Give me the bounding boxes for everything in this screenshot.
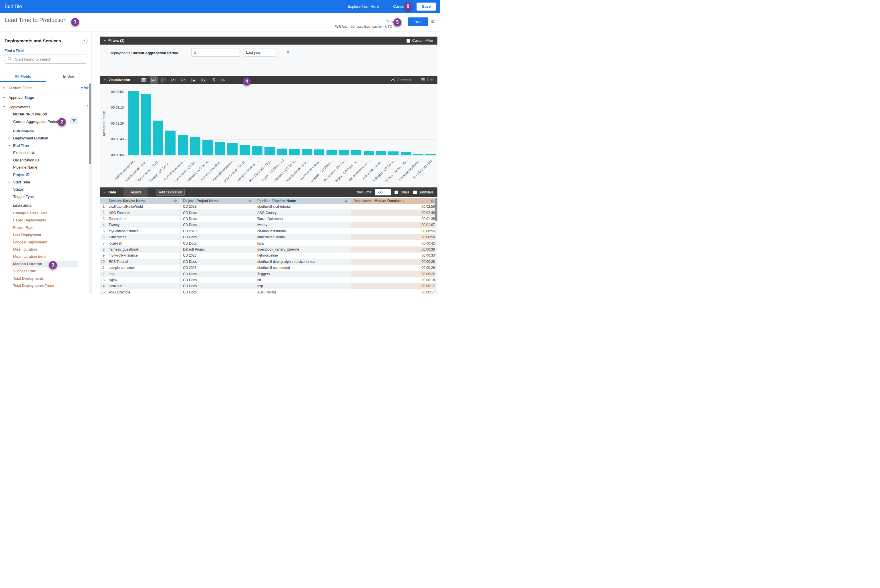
table-cell[interactable]: Kubernetes	[106, 234, 181, 240]
table-cell[interactable]: CD Docs	[181, 210, 255, 216]
tile-title-input[interactable]: Lead Time to Production	[5, 17, 83, 26]
table-cell[interactable]: ECS Tutorial	[106, 259, 181, 265]
chart-bar[interactable]	[239, 145, 250, 155]
data-header[interactable]: Data	[108, 190, 116, 194]
custom-filter-toggle[interactable]: Custom Filter	[406, 39, 438, 43]
table-cell[interactable]: CD 2023	[181, 228, 255, 234]
dimension-project-id[interactable]: Project ID	[0, 172, 89, 178]
table-cell[interactable]: 00:00:17	[351, 290, 438, 294]
cancel-button[interactable]: Cancel	[393, 4, 405, 9]
chart-bar[interactable]	[401, 152, 411, 155]
column-gear-icon[interactable]: ⚙	[174, 199, 177, 203]
column-header-median-duration[interactable]: DeploymentsMedian Duration ↓⚙	[351, 198, 438, 204]
chart-bar[interactable]	[141, 94, 151, 155]
measure-last-deployment[interactable]: Last Deployment	[0, 232, 89, 238]
table-cell[interactable]: 00:00:50	[351, 234, 438, 240]
run-button[interactable]: Run	[408, 17, 428, 26]
table-cell[interactable]: 00:00:18	[351, 277, 438, 283]
more-charts-icon[interactable]: ⋯	[230, 76, 238, 84]
chart-bar[interactable]	[413, 154, 423, 155]
chart-bar[interactable]	[252, 146, 262, 155]
measure-failed-deployments[interactable]: Failed Deployments	[0, 218, 89, 224]
table-cell[interactable]: dev	[106, 271, 181, 277]
area-chart-icon[interactable]	[190, 76, 198, 84]
table-cell[interactable]: Nginx	[106, 277, 181, 283]
table-cell[interactable]: kubernetes_demo	[255, 234, 351, 240]
sidebar-group-approval-stage[interactable]: ▸Approval Stage	[0, 95, 89, 101]
chart-bar[interactable]	[153, 121, 163, 155]
table-cell[interactable]: 00:00:36	[351, 247, 438, 253]
table-cell[interactable]: 00:00:33	[351, 253, 438, 259]
column-gear-icon[interactable]: ⚙	[248, 199, 251, 203]
table-chart-icon[interactable]	[140, 76, 148, 84]
chart-bar[interactable]	[190, 137, 200, 155]
column-chart-icon[interactable]	[150, 76, 158, 84]
measure-total-deployments[interactable]: Total Deployments	[0, 276, 89, 282]
chart-bar[interactable]	[277, 148, 287, 155]
line-chart-icon[interactable]	[180, 76, 188, 84]
table-cell[interactable]: tweety	[255, 222, 351, 228]
caret-down-icon[interactable]: ▾	[3, 105, 5, 108]
table-cell[interactable]: CD Docs	[181, 259, 255, 265]
table-cell[interactable]: my-wildfly-instance	[106, 253, 181, 259]
measure-total-deployments-trend[interactable]: Total Deployments Trend	[0, 283, 89, 289]
gear-icon[interactable]: ⚙	[430, 19, 435, 25]
chart-bar[interactable]	[227, 143, 238, 155]
chart-bar[interactable]	[128, 91, 139, 155]
table-cell[interactable]: sample-container	[106, 265, 181, 271]
single-value-icon[interactable]: 6	[220, 76, 228, 84]
chart-bar[interactable]	[339, 150, 349, 155]
measure-success-rate[interactable]: Success Rate	[0, 268, 89, 274]
table-cell[interactable]: CD Docs	[181, 222, 255, 228]
sidebar-group-custom-fields[interactable]: ▸Custom Fields+ Add	[0, 85, 89, 92]
chart-bar[interactable]	[302, 149, 312, 155]
table-cell[interactable]: cicdTutorialHelloWorld	[106, 204, 181, 210]
table-cell[interactable]: 00:02:48	[351, 210, 438, 216]
chart-bar[interactable]	[326, 150, 337, 155]
table-cell[interactable]: Default Project	[181, 247, 255, 253]
table-cell[interactable]: CD Docs	[181, 271, 255, 277]
table-cell[interactable]: 00:01:07	[351, 222, 438, 228]
table-cell[interactable]: CD Docs	[181, 277, 255, 283]
remove-filter-icon[interactable]: ✕	[286, 50, 290, 54]
dimension-start-time[interactable]: ▸Start Time	[0, 179, 89, 186]
table-cell[interactable]: ASG Canary	[255, 210, 351, 216]
table-cell[interactable]: 00:00:22	[351, 271, 438, 277]
table-cell[interactable]: dbothwell-deploy-alpha-service-to-ecs	[255, 259, 351, 265]
table-cell[interactable]: exp	[255, 283, 351, 289]
column-header-service-name[interactable]: ServicesService Name⚙	[106, 198, 181, 204]
table-cell[interactable]: ASG Example	[106, 210, 181, 216]
subtotals-checkbox[interactable]	[413, 190, 417, 194]
dimension-trigger-type[interactable]: Trigger Type	[0, 194, 89, 200]
table-cell[interactable]: cd	[255, 277, 351, 283]
chart-bar[interactable]	[265, 147, 275, 155]
caret-right-icon[interactable]: ▸	[9, 136, 10, 140]
table-cell[interactable]: myGrafanaInstance	[106, 228, 181, 234]
field-current-aggregation-period[interactable]: Current Aggregation Period	[0, 119, 89, 125]
table-cell[interactable]: cd-manifest-tutorial	[255, 228, 351, 234]
edit-viz-button[interactable]: Edit	[421, 78, 433, 82]
table-cell[interactable]: CD 2023	[181, 265, 255, 271]
subtotals-toggle[interactable]: Subtotals	[413, 190, 433, 194]
chart-bar[interactable]	[364, 151, 374, 155]
table-cell[interactable]: local	[255, 240, 351, 246]
table-cell[interactable]: guestbook_canary_pipeline	[255, 247, 351, 253]
table-cell[interactable]: Triggers	[255, 271, 351, 277]
add-calculation-button[interactable]: Add calculation	[156, 189, 185, 196]
chart-bar[interactable]	[165, 130, 176, 155]
totals-checkbox[interactable]	[394, 190, 398, 194]
table-cell[interactable]: local-ssh	[106, 240, 181, 246]
caret-down-icon[interactable]: ▼	[104, 79, 106, 81]
table-cell[interactable]: 00:01:35	[351, 216, 438, 222]
table-cell[interactable]: Tanzu demo	[106, 216, 181, 222]
visualization-header[interactable]: Visualization	[108, 78, 130, 82]
row-limit-input[interactable]	[375, 189, 391, 195]
measure-longest-deployment[interactable]: Longest Deployment	[0, 239, 89, 246]
column-gear-icon[interactable]: ⚙	[344, 199, 347, 203]
table-cell[interactable]: harness_guestbook	[106, 247, 181, 253]
caret-down-icon[interactable]: ▼	[104, 39, 106, 42]
chart-bar[interactable]	[202, 140, 213, 155]
totals-toggle[interactable]: Totals	[394, 190, 409, 194]
table-cell[interactable]: 00:00:28	[351, 259, 438, 265]
table-cell[interactable]: 00:02:56	[351, 204, 438, 210]
